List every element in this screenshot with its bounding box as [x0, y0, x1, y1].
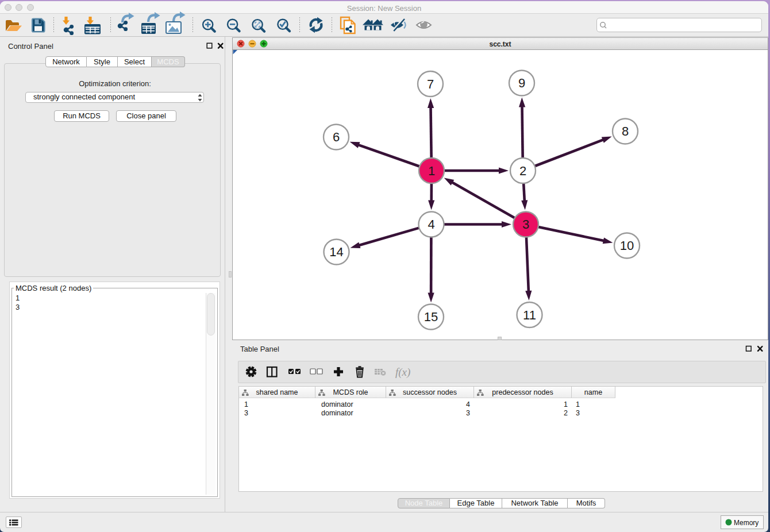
svg-text:10: 10	[620, 238, 634, 253]
svg-text:1: 1	[428, 164, 435, 178]
svg-text:f(x): f(x)	[395, 366, 410, 379]
svg-text:9: 9	[518, 76, 525, 90]
svg-text:8: 8	[622, 124, 629, 138]
svg-text:2: 2	[519, 164, 526, 178]
svg-text:11: 11	[523, 308, 536, 322]
svg-text:4: 4	[428, 217, 434, 232]
svg-text:6: 6	[333, 130, 340, 144]
svg-text:14: 14	[329, 245, 343, 259]
svg-text:3: 3	[522, 217, 529, 232]
svg-text:7: 7	[427, 77, 434, 91]
svg-text:15: 15	[424, 310, 438, 324]
